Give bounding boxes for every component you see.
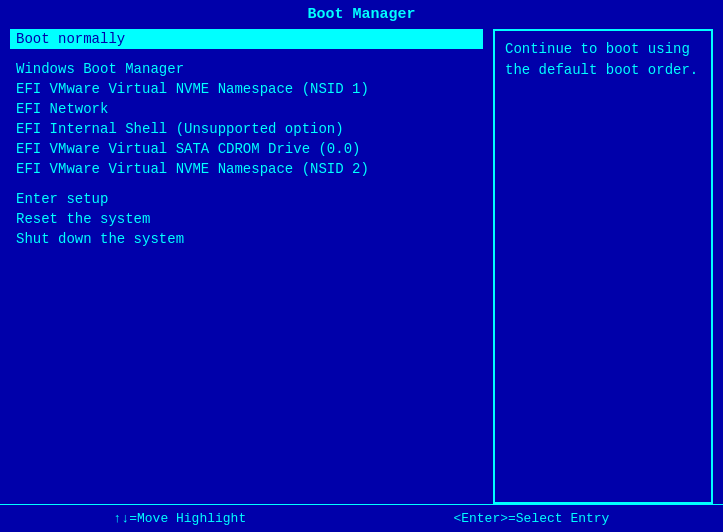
left-panel: Boot normallyWindows Boot ManagerEFI VMw…	[10, 29, 483, 504]
screen: Boot Manager Boot normallyWindows Boot M…	[0, 0, 723, 532]
right-panel: Continue to boot using the default boot …	[493, 29, 713, 504]
status-left: ↑↓=Move Highlight	[114, 511, 247, 526]
menu-item-11[interactable]: Shut down the system	[10, 229, 483, 249]
menu-item-10[interactable]: Reset the system	[10, 209, 483, 229]
status-bar: ↑↓=Move Highlight <Enter>=Select Entry	[0, 504, 723, 532]
title-bar: Boot Manager	[0, 0, 723, 29]
description-text: Continue to boot using the default boot …	[505, 41, 698, 78]
menu-item-7[interactable]: EFI VMware Virtual NVME Namespace (NSID …	[10, 159, 483, 179]
menu-item-9[interactable]: Enter setup	[10, 189, 483, 209]
menu-separator	[10, 179, 483, 189]
menu-item-6[interactable]: EFI VMware Virtual SATA CDROM Drive (0.0…	[10, 139, 483, 159]
menu-separator	[10, 49, 483, 59]
menu-item-2[interactable]: Windows Boot Manager	[10, 59, 483, 79]
menu-item-4[interactable]: EFI Network	[10, 99, 483, 119]
menu-item-5[interactable]: EFI Internal Shell (Unsupported option)	[10, 119, 483, 139]
main-content: Boot normallyWindows Boot ManagerEFI VMw…	[0, 29, 723, 504]
title-text: Boot Manager	[307, 6, 415, 23]
status-right: <Enter>=Select Entry	[453, 511, 609, 526]
menu-item-0[interactable]: Boot normally	[10, 29, 483, 49]
menu-item-3[interactable]: EFI VMware Virtual NVME Namespace (NSID …	[10, 79, 483, 99]
